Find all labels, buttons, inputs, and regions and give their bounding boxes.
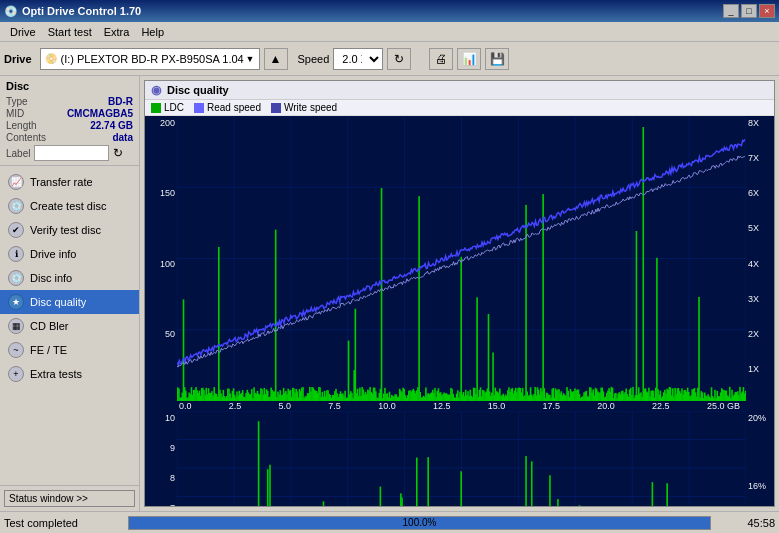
status-window-button[interactable]: Status window >>: [4, 490, 135, 507]
nav-extra-tests[interactable]: + Extra tests: [0, 362, 139, 386]
disc-length-row: Length 22.74 GB: [6, 120, 133, 131]
statusbar: Test completed 100.0% 45:58: [0, 511, 779, 533]
disc-label-label: Label: [6, 148, 30, 159]
nav-extra-tests-label: Extra tests: [30, 368, 82, 380]
chart1-section: 200 150 100 50 8X 7X 6X 5X 4X: [145, 116, 774, 401]
verify-test-disc-icon: ✔: [8, 222, 24, 238]
chart1-x-15: 15.0: [488, 401, 506, 411]
chart1-y-left: 200 150 100 50: [145, 116, 177, 401]
panel-header: ◉ Disc quality: [145, 81, 774, 100]
drive-value: (I:) PLEXTOR BD-R PX-B950SA 1.04: [61, 53, 244, 65]
toolbar-icon-3[interactable]: 📊: [457, 48, 481, 70]
nav-fe-te-label: FE / TE: [30, 344, 67, 356]
chart1-canvas: [177, 116, 746, 401]
nav-verify-test-disc[interactable]: ✔ Verify test disc: [0, 218, 139, 242]
chart1-x-22: 22.5: [652, 401, 670, 411]
nav-disc-quality-label: Disc quality: [30, 296, 86, 308]
chart1-yr-7x: 7X: [748, 153, 772, 163]
nav-create-test-disc-label: Create test disc: [30, 200, 106, 212]
menubar: Drive Start test Extra Help: [0, 22, 779, 42]
chart2-y-10: 10: [147, 413, 175, 423]
app-icon: 💿: [4, 5, 18, 18]
create-test-disc-icon: 💿: [8, 198, 24, 214]
chart1-y-50: 50: [147, 329, 175, 339]
chart1-x-10: 10.0: [378, 401, 396, 411]
chart2-y-left: 10 9 8 7 6 5 4 3 2 1: [145, 411, 177, 506]
nav-disc-info[interactable]: 💿 Disc info: [0, 266, 139, 290]
chart1-x-20: 20.0: [597, 401, 615, 411]
chart1-x-25: 25.0 GB: [707, 401, 740, 411]
nav-transfer-rate[interactable]: 📈 Transfer rate: [0, 170, 139, 194]
disc-mid-value: CMCMAGBA5: [67, 108, 133, 119]
disc-section-title: Disc: [6, 80, 133, 92]
close-button[interactable]: ×: [759, 4, 775, 18]
menu-start-test[interactable]: Start test: [42, 24, 98, 40]
menu-drive[interactable]: Drive: [4, 24, 42, 40]
progress-bar-container: 100.0%: [128, 516, 711, 530]
minimize-button[interactable]: _: [723, 4, 739, 18]
legend-ldc: LDC: [151, 102, 184, 113]
chart1-x-12: 12.5: [433, 401, 451, 411]
chart1-y-200: 200: [147, 118, 175, 128]
legend: LDC Read speed Write speed: [145, 100, 774, 116]
nav-fe-te[interactable]: ~ FE / TE: [0, 338, 139, 362]
speed-select[interactable]: 2.0 X 4.0 X 8.0 X: [333, 48, 383, 70]
extra-tests-icon: +: [8, 366, 24, 382]
disc-contents-row: Contents data: [6, 132, 133, 143]
nav-create-test-disc[interactable]: 💿 Create test disc: [0, 194, 139, 218]
chart2-yr-16: 16%: [748, 481, 772, 491]
chart1-yr-3x: 3X: [748, 294, 772, 304]
legend-write-label: Write speed: [284, 102, 337, 113]
chart1-x-labels: 0.0 2.5 5.0 7.5 10.0 12.5 15.0 17.5 20.0…: [145, 401, 774, 411]
disc-section: Disc Type BD-R MID CMCMAGBA5 Length 22.7…: [0, 76, 139, 166]
toolbar-icon-1[interactable]: ▲: [264, 48, 288, 70]
nav-verify-test-disc-label: Verify test disc: [30, 224, 101, 236]
disc-length-value: 22.74 GB: [90, 120, 133, 131]
chart2-canvas: [177, 411, 746, 506]
toolbar-icon-2[interactable]: 🖨: [429, 48, 453, 70]
transfer-rate-icon: 📈: [8, 174, 24, 190]
chart1-x-7: 7.5: [328, 401, 341, 411]
chart1-x-5: 5.0: [279, 401, 292, 411]
legend-ldc-box: [151, 103, 161, 113]
chart1-yr-4x: 4X: [748, 259, 772, 269]
chart1-yr-5x: 5X: [748, 223, 772, 233]
menu-help[interactable]: Help: [135, 24, 170, 40]
drive-combo[interactable]: 📀 (I:) PLEXTOR BD-R PX-B950SA 1.04 ▼: [40, 48, 260, 70]
disc-label-input[interactable]: [34, 145, 109, 161]
toolbar-icon-4[interactable]: 💾: [485, 48, 509, 70]
disc-contents-label: Contents: [6, 132, 46, 143]
titlebar: 💿 Opti Drive Control 1.70 _ □ ×: [0, 0, 779, 22]
status-time: 45:58: [715, 517, 775, 529]
content-area: ◉ Disc quality LDC Read speed Write spee…: [140, 76, 779, 511]
disc-type-value: BD-R: [108, 96, 133, 107]
chart2-section: 10 9 8 7 6 5 4 3 2 1 20% 16%: [145, 411, 774, 506]
legend-write-speed: Write speed: [271, 102, 337, 113]
nav-cd-bler[interactable]: ▦ CD Bler: [0, 314, 139, 338]
panel-header-icon: ◉: [151, 83, 161, 97]
chart1-yr-1x: 1X: [748, 364, 772, 374]
drive-info-icon: ℹ: [8, 246, 24, 262]
sidebar: Disc Type BD-R MID CMCMAGBA5 Length 22.7…: [0, 76, 140, 511]
chart2-yr-20: 20%: [748, 413, 772, 423]
chart2-y-9: 9: [147, 443, 175, 453]
menu-extra[interactable]: Extra: [98, 24, 136, 40]
titlebar-controls: _ □ ×: [723, 4, 775, 18]
legend-read-label: Read speed: [207, 102, 261, 113]
chart2-y-7: 7: [147, 503, 175, 506]
status-text: Test completed: [4, 517, 124, 529]
toolbar-refresh-btn[interactable]: ↻: [387, 48, 411, 70]
fe-te-icon: ~: [8, 342, 24, 358]
maximize-button[interactable]: □: [741, 4, 757, 18]
legend-write-box: [271, 103, 281, 113]
disc-label-refresh-icon[interactable]: ↻: [113, 146, 123, 160]
chart1-yr-2x: 2X: [748, 329, 772, 339]
legend-ldc-label: LDC: [164, 102, 184, 113]
chart1-x-0: 0.0: [179, 401, 192, 411]
titlebar-title: 💿 Opti Drive Control 1.70: [4, 5, 141, 18]
nav-disc-quality[interactable]: ★ Disc quality: [0, 290, 139, 314]
nav-drive-info[interactable]: ℹ Drive info: [0, 242, 139, 266]
chart1-y-100: 100: [147, 259, 175, 269]
speed-label: Speed: [298, 53, 330, 65]
disc-info-icon: 💿: [8, 270, 24, 286]
